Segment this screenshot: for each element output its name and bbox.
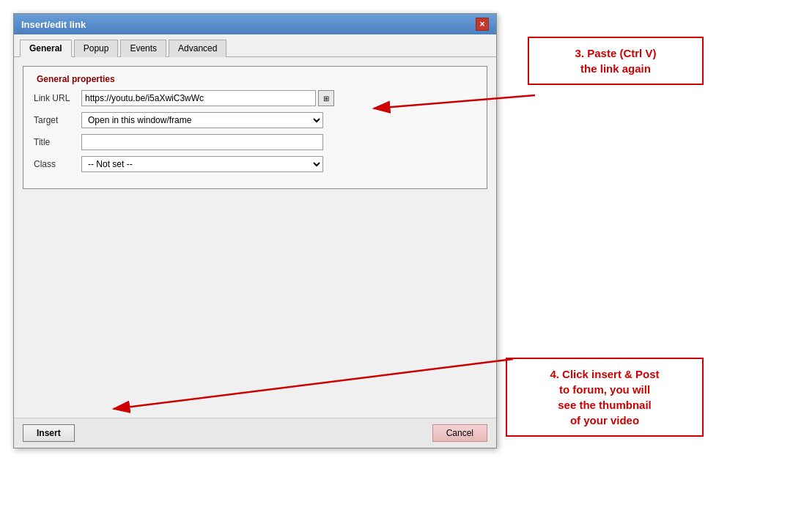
dialog-window: Insert/edit link × General Popup Events … [13, 13, 497, 448]
target-label: Target [34, 115, 81, 125]
dialog-bottom-bar: Insert Cancel [14, 418, 496, 448]
dialog-close-button[interactable]: × [476, 18, 489, 31]
tab-popup[interactable]: Popup [74, 40, 119, 57]
tabs-bar: General Popup Events Advanced [14, 34, 496, 57]
dialog-content-area [23, 196, 487, 409]
url-browse-button[interactable]: ⊞ [318, 90, 334, 106]
link-url-label: Link URL [34, 93, 81, 103]
link-url-input[interactable] [81, 90, 316, 106]
cancel-button[interactable]: Cancel [432, 424, 487, 442]
class-select[interactable]: -- Not set -- [81, 156, 323, 172]
class-row: Class -- Not set -- [34, 156, 476, 172]
class-label: Class [34, 159, 81, 169]
annotation-box-3: 3. Paste (Ctrl V)the link again [528, 37, 704, 85]
fieldset-legend: General properties [34, 74, 476, 84]
title-input[interactable] [81, 134, 323, 150]
dialog-titlebar: Insert/edit link × [14, 14, 496, 34]
target-select[interactable]: Open in this window/frame Open in new wi… [81, 112, 323, 128]
annotation-box-4: 4. Click insert & Postto forum, you will… [506, 358, 704, 437]
tab-advanced[interactable]: Advanced [169, 40, 226, 57]
general-properties-fieldset: General properties Link URL ⊞ Target Ope… [23, 66, 487, 189]
annotation-3-text: 3. Paste (Ctrl V)the link again [575, 47, 657, 75]
link-url-row: Link URL ⊞ [34, 90, 476, 106]
dialog-title: Insert/edit link [21, 19, 86, 30]
tab-events[interactable]: Events [120, 40, 166, 57]
title-label: Title [34, 137, 81, 147]
annotation-4-text: 4. Click insert & Postto forum, you will… [550, 368, 659, 426]
tab-general[interactable]: General [20, 40, 72, 57]
dialog-body: General properties Link URL ⊞ Target Ope… [14, 57, 496, 418]
title-row: Title [34, 134, 476, 150]
insert-button[interactable]: Insert [23, 424, 75, 442]
target-row: Target Open in this window/frame Open in… [34, 112, 476, 128]
